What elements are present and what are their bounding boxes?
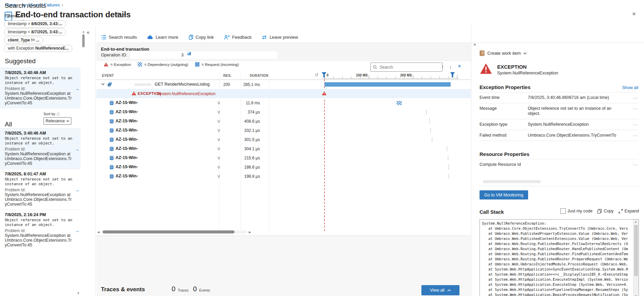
scroll-down-icon[interactable]: ▼ xyxy=(634,295,637,296)
result-card[interactable]: 7/8/2025, 3:40:46 AMObject reference not… xyxy=(0,68,81,108)
search-input[interactable] xyxy=(379,65,435,70)
filter-pill[interactable]: client_Type != ... xyxy=(4,37,43,44)
previous-result-icon[interactable]: ↑ xyxy=(441,64,444,69)
axis-tick-label: 200 MS xyxy=(391,73,412,77)
reset-zoom-icon[interactable]: ↺ xyxy=(315,72,318,77)
duration-value: 186.6 µs xyxy=(231,165,260,170)
dependency-gantt-tick xyxy=(449,165,449,169)
event-row-exception[interactable]: EXCEPTIONSystem.NullReferenceException xyxy=(96,89,471,98)
close-icon[interactable]: × xyxy=(632,10,636,18)
exception-summary: EXCEPTION System.NullReferenceException xyxy=(480,63,644,75)
expand-call-stack-button[interactable]: Expand xyxy=(619,209,639,213)
row-more-icon[interactable]: ··· xyxy=(629,106,638,116)
row-more-icon[interactable]: ··· xyxy=(629,122,638,127)
dependency-name: AZ-15-Win- xyxy=(116,174,138,178)
all-results-list: 7/8/2025, 3:40:46 AMObject reference not… xyxy=(0,128,81,250)
toolbar-feedback[interactable]: Feedback xyxy=(224,35,251,40)
property-row: Exception typeSystem.NullReferenceExcept… xyxy=(480,119,638,130)
legend-item-exception: = Exception xyxy=(104,62,131,67)
grid-scroll-left-icon[interactable]: ◀ xyxy=(97,230,100,234)
major-tick xyxy=(457,75,457,79)
toolbar-search-results[interactable]: Search results xyxy=(101,35,137,40)
grid-hscroll-thumb[interactable] xyxy=(103,230,234,233)
go-to-vm-monitoring-button[interactable]: Go to VM Monitoring xyxy=(480,190,528,199)
open-result-arrow-icon[interactable]: → xyxy=(74,86,80,91)
sidebar-scrollbar[interactable] xyxy=(82,34,85,47)
grid-scroll-right-icon[interactable]: ▶ xyxy=(249,230,251,234)
more-options-icon[interactable]: … xyxy=(123,10,128,16)
toolbar-learn-more[interactable]: Learn more xyxy=(147,35,178,40)
just-my-code-checkbox[interactable] xyxy=(560,208,566,214)
filter-pill[interactable]: timestamp < 8/7/2025, 3:43:... xyxy=(4,29,66,36)
event-row-dependency[interactable]: SQLAZ-15-Win-V408.8 µs xyxy=(96,117,471,126)
filter-pill[interactable]: timestamp > 8/6/2025, 3:43:... xyxy=(4,20,66,28)
event-row-dependency[interactable]: SQLAZ-15-Win-V198.8 µs xyxy=(96,172,471,181)
dependency-name: AZ-15-Win- xyxy=(116,146,138,151)
sidebar-scroll-up-icon[interactable]: ▲ xyxy=(82,30,85,33)
row-more-icon[interactable]: ··· xyxy=(629,133,638,138)
just-my-code-toggle[interactable]: Just my code xyxy=(560,208,593,214)
dependency-legend-icon xyxy=(138,62,142,67)
view-all-button[interactable]: View all xyxy=(421,285,459,295)
legend-item-dependency: = Dependency (outgoing) xyxy=(138,62,188,67)
filter-pill[interactable]: with Exception NullReferenceE... xyxy=(4,45,72,52)
svg-text:SQL: SQL xyxy=(110,103,114,104)
event-row-dependency[interactable]: SQLAZ-15-Win-V332.1 µs xyxy=(96,126,471,135)
result-card[interactable]: 7/8/2025, 3:40:46 AMObject reference not… xyxy=(0,128,81,169)
result-card[interactable]: 7/8/2025, 8:01:47 AMObject reference not… xyxy=(0,169,81,210)
work-item-notebook-icon xyxy=(480,50,485,56)
filter-prefix: timestamp < xyxy=(8,30,31,34)
dependency-name: AZ-15-Win- xyxy=(116,109,138,114)
dependency-gantt-tick xyxy=(426,110,427,114)
event-row-dependency[interactable]: SQLAZ-15-Win-V11.8 ms xyxy=(96,98,471,107)
sort-dropdown[interactable]: Relevance xyxy=(43,117,71,125)
response-code: 200 xyxy=(223,82,230,87)
event-row-dependency[interactable]: SQLAZ-15-Win-V374 µs xyxy=(96,107,471,117)
transaction-header-band: End-to-end transaction Operation ID: 3 xyxy=(96,43,471,61)
chevron-down-icon[interactable] xyxy=(101,83,105,85)
open-result-arrow-icon[interactable]: → xyxy=(74,146,80,152)
redacted-name-tail: V xyxy=(217,128,220,133)
result-message: Object reference not set to an instance … xyxy=(5,218,74,227)
collapse-sidebar-icon[interactable]: « xyxy=(87,29,89,35)
application-map-icon[interactable] xyxy=(187,51,192,56)
event-row-dependency[interactable]: SQLAZ-15-Win-V301.5 µs xyxy=(96,135,471,144)
open-result-arrow-icon[interactable]: → xyxy=(74,228,80,233)
operation-id-label: Operation ID: xyxy=(101,52,127,57)
toolbar-item-label: Feedback xyxy=(232,35,251,40)
legend-label: = Exception xyxy=(110,63,131,67)
expand-panel-icon[interactable]: » xyxy=(473,41,480,47)
row-more-icon[interactable]: ··· xyxy=(629,95,638,100)
filter-value: 8/6/2025, 3:43:... xyxy=(31,21,62,26)
dependency-name: AZ-15-Win- xyxy=(116,100,138,105)
row-more-icon[interactable]: ··· xyxy=(629,162,638,167)
event-row-dependency[interactable]: SQLAZ-15-Win-V215.6 µs xyxy=(96,153,471,162)
command-bar: Search resultsLearn moreCopy linkFeedbac… xyxy=(96,32,475,42)
sql-database-icon: SQL xyxy=(109,128,114,133)
operation-id-tail: 3 xyxy=(181,52,184,57)
exception-legend-icon xyxy=(104,62,108,67)
sidebar-scroll-down-icon[interactable]: ▼ xyxy=(77,292,80,295)
create-work-item-button[interactable]: Create work item xyxy=(480,50,644,56)
scroll-up-icon[interactable]: ▲ xyxy=(634,220,637,223)
filter-value: client_Type != ... xyxy=(8,38,39,42)
next-result-icon[interactable]: ↓ xyxy=(449,64,452,69)
event-row-request[interactable]: GET RenderMvc/newsListing200285.1 ms xyxy=(96,80,471,89)
dependency-name: AZ-15-Win- xyxy=(116,137,138,142)
property-label: Event time xyxy=(480,95,528,100)
property-row: Event time7/8/2025, 3:40:46.8606716 am (… xyxy=(480,92,638,103)
toolbar-copy-link[interactable]: Copy link xyxy=(189,35,214,40)
call-stack-scroll-thumb[interactable] xyxy=(634,225,638,276)
result-card[interactable]: 7/8/2025, 2:16:24 PMObject reference not… xyxy=(0,210,81,250)
request-name: GET RenderMvc/newsListing xyxy=(155,82,210,87)
event-row-dependency[interactable]: SQLAZ-15-Win-V304.1 µs xyxy=(96,144,471,153)
svg-text:SQL: SQL xyxy=(110,121,114,123)
clear-search-icon[interactable]: × xyxy=(458,63,461,70)
toolbar-leave-preview[interactable]: Leave preview xyxy=(262,35,298,40)
pin-icon[interactable] xyxy=(115,12,120,18)
copy-call-stack-button[interactable]: Copy xyxy=(597,209,613,214)
call-stack-scrollbar[interactable]: ▲ ▼ xyxy=(633,220,639,296)
show-all-link[interactable]: Show all xyxy=(622,85,638,90)
open-result-arrow-icon[interactable]: → xyxy=(74,187,80,193)
event-row-dependency[interactable]: SQLAZ-15-Win-V186.6 µs xyxy=(96,162,471,172)
